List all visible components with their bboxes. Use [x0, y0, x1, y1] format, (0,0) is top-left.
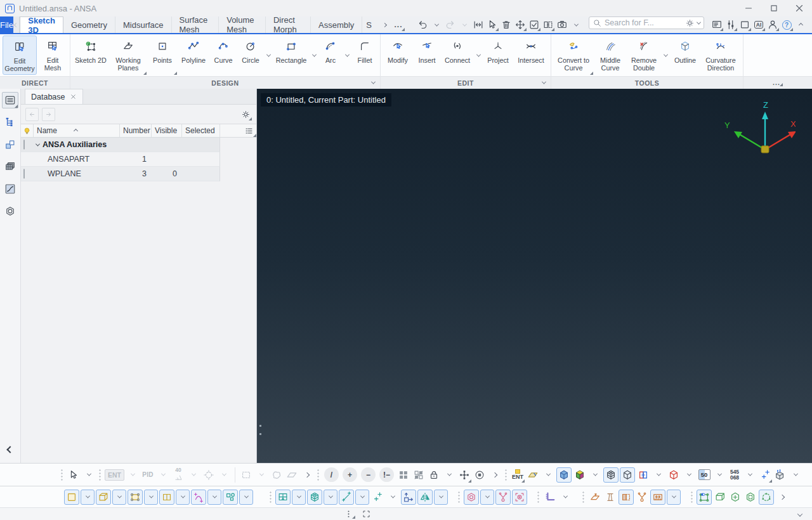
entity-id-display-button[interactable]: 545068	[728, 467, 742, 483]
database-settings-gear-icon[interactable]	[239, 108, 252, 120]
collapse-ribbon-button[interactable]	[794, 18, 807, 31]
surface-extrude-dropdown[interactable]	[112, 490, 126, 505]
sidebar-functions-button[interactable]	[2, 181, 18, 197]
tab-geometry[interactable]: Geometry	[63, 16, 115, 33]
remove-double-button[interactable]: Remove Double	[627, 36, 660, 75]
sidebar-database-browser-button[interactable]	[2, 92, 18, 108]
section-plus-dropdown[interactable]	[652, 467, 665, 483]
box-inner-button[interactable]	[743, 490, 757, 505]
sidebar-modules-button[interactable]	[2, 136, 18, 153]
connect-dropdown[interactable]	[474, 36, 483, 75]
toolbar-drag-handle[interactable]	[504, 469, 508, 481]
design-group-dropdown[interactable]	[371, 80, 376, 84]
column-header-selected[interactable]: Selected	[182, 124, 220, 137]
settings-sliders-button[interactable]	[724, 18, 737, 31]
pointer-info-button[interactable]	[486, 18, 499, 31]
connection-nut-button[interactable]	[464, 490, 479, 505]
minimize-button[interactable]	[736, 0, 761, 16]
column-header-name[interactable]: Name	[34, 124, 120, 137]
pid-filter-button[interactable]: PID	[141, 467, 155, 483]
sidebar-tables-button[interactable]	[2, 159, 18, 175]
visibility-add-button[interactable]: +	[343, 467, 357, 482]
sidebar-collapse-button[interactable]	[2, 441, 18, 458]
tab-surface-mesh[interactable]: Surface Mesh	[172, 16, 219, 33]
column-header-visible[interactable]: Visible	[152, 124, 182, 137]
tab-assembly[interactable]: Assembly	[311, 16, 362, 33]
middle-curve-button[interactable]: Middle Curve	[594, 36, 626, 75]
shaded-mode-button[interactable]	[556, 467, 572, 483]
show-all-button[interactable]	[396, 467, 410, 483]
table-row-ansa-auxiliaries[interactable]: ANSA Auxiliaries	[21, 138, 220, 152]
curve-button[interactable]: Curve	[210, 36, 237, 75]
connection-nut-dropdown[interactable]	[480, 490, 494, 505]
outline-button[interactable]: Outline	[671, 36, 700, 75]
status-menu-icon[interactable]	[344, 509, 355, 519]
session-browser-button[interactable]	[710, 18, 723, 31]
toolbar-drag-handle[interactable]	[457, 491, 461, 504]
close-button[interactable]	[787, 0, 812, 16]
box-select-button[interactable]	[239, 467, 253, 483]
rectangle-button[interactable]: Rectangle	[273, 36, 309, 75]
symmetry-dropdown[interactable]	[434, 490, 448, 505]
visibility-more-button[interactable]	[488, 467, 502, 483]
redo-button[interactable]	[444, 18, 457, 31]
surface-corner-button[interactable]	[128, 490, 143, 505]
wireframe-mesh-button[interactable]	[603, 467, 619, 483]
zoom-level-dropdown[interactable]	[712, 467, 726, 483]
surface-split-dropdown[interactable]	[176, 490, 190, 505]
measure-button[interactable]	[650, 490, 665, 505]
results-cube-button[interactable]	[573, 467, 587, 483]
fit-view-button[interactable]	[472, 18, 485, 31]
sketch-2d-button[interactable]: Sketch 2D	[73, 36, 108, 75]
working-planes-button[interactable]: Working Planes	[110, 36, 147, 75]
drawstyle-plane-dropdown[interactable]	[541, 467, 555, 483]
points-button[interactable]: Points	[148, 36, 177, 75]
mesh-surface-dropdown[interactable]	[292, 490, 306, 505]
point-size-button[interactable]	[758, 467, 772, 483]
database-tab-close-icon[interactable]	[70, 93, 77, 100]
polyline-button[interactable]: Polyline	[178, 36, 209, 75]
focus-target-button[interactable]	[473, 467, 487, 483]
proximity-select-button[interactable]	[202, 467, 216, 483]
selection-pointer-dropdown[interactable]	[82, 467, 96, 483]
tab-scroll-right-button[interactable]	[378, 18, 391, 31]
search-box[interactable]	[589, 16, 704, 29]
mesh-line-button[interactable]	[339, 490, 354, 505]
neighbour-entities-button[interactable]	[457, 467, 471, 483]
visibility-invert-button[interactable]: !−	[379, 467, 394, 482]
box-morph-button[interactable]	[697, 490, 712, 505]
zoom-level-button[interactable]: 50	[697, 467, 711, 483]
entity-draw-mode-button[interactable]: ENT	[511, 467, 525, 483]
screenshot-button[interactable]	[556, 18, 568, 31]
surface-new-button[interactable]	[64, 490, 79, 505]
toolbar-drag-handle[interactable]	[98, 469, 102, 481]
row-checkbox[interactable]	[23, 140, 25, 150]
show-partial-button[interactable]	[412, 467, 426, 483]
curve-edit-dropdown[interactable]	[207, 490, 221, 505]
measure-dropdown[interactable]	[667, 490, 681, 505]
windows-layout-button[interactable]	[738, 18, 751, 31]
morph-more-button[interactable]	[775, 490, 789, 505]
ibeam-button[interactable]	[603, 490, 617, 505]
clip-cube-dropdown[interactable]	[682, 467, 696, 483]
tab-truncated[interactable]: S	[362, 16, 376, 33]
pid-filter-dropdown[interactable]	[156, 467, 170, 483]
entity-id-dropdown[interactable]	[743, 467, 757, 483]
curvature-direction-button[interactable]: Curvature Direction	[701, 36, 740, 75]
connection-bolt-button[interactable]	[512, 490, 527, 505]
transform-button[interactable]	[514, 18, 527, 31]
toolbar-drag-handle[interactable]	[269, 491, 273, 504]
mesh-line-dropdown[interactable]	[355, 490, 369, 505]
circle-button[interactable]: Circle	[238, 36, 263, 75]
entity-filter-button[interactable]: ENT	[105, 467, 124, 483]
sidebar-model-tree-button[interactable]	[2, 114, 18, 131]
topo-shapes-button[interactable]	[223, 490, 238, 505]
tab-scroll-left-button[interactable]	[13, 16, 20, 33]
expand-caret-icon[interactable]	[36, 141, 40, 146]
curve-edit-button[interactable]	[191, 490, 206, 505]
feature-angle-dropdown[interactable]	[187, 467, 200, 483]
visibility-subtract-button[interactable]: −	[361, 467, 376, 482]
selection-more-button[interactable]	[300, 467, 314, 483]
feature-angle-button[interactable]: 40	[171, 467, 185, 483]
screenshot-dropdown[interactable]	[570, 18, 582, 31]
